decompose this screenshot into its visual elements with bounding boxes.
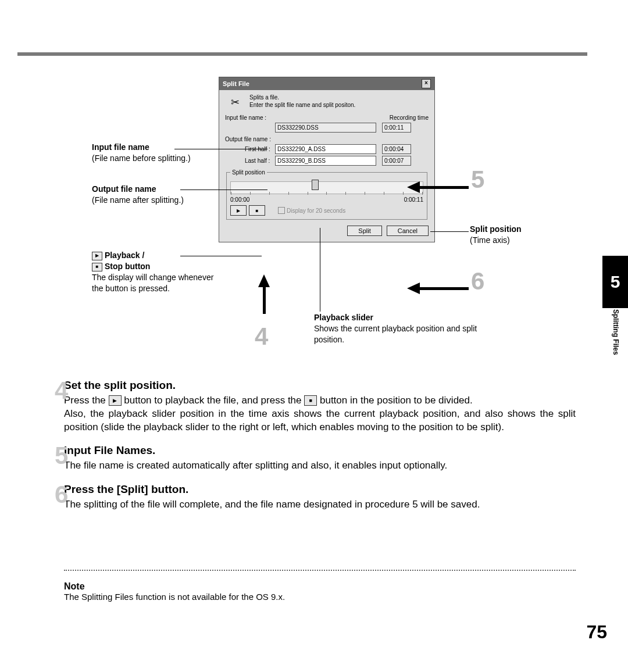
step-5-body: The file name is created automatically a… [64, 459, 576, 473]
page-number: 75 [586, 621, 607, 643]
cancel-button[interactable]: Cancel [387, 226, 429, 236]
note-block: Note The Splitting Files function is not… [64, 581, 576, 602]
close-icon[interactable]: × [422, 79, 431, 88]
chapter-tab: 5 [602, 256, 628, 308]
last-half-label: Last half : [225, 158, 275, 164]
output-file-label: Output file name : [225, 136, 275, 142]
leader-line [180, 190, 267, 190]
stop-button[interactable]: ■ [249, 205, 265, 216]
time-start: 0:00:00 [230, 196, 249, 203]
first-half-field[interactable] [275, 144, 376, 154]
step-6-heading: Press the [Split] button. [64, 482, 576, 497]
leader-line [180, 256, 262, 256]
input-file-field [275, 123, 376, 133]
split-file-dialog: Split File × ✂ Splits a file. Enter the … [219, 77, 435, 242]
dialog-title-text: Split File [223, 80, 249, 87]
play-icon: ▶ [109, 395, 122, 406]
step-5-heading: Input File Names. [64, 443, 576, 458]
callout-playback: ▶ Playback / ■ Stop button The display w… [92, 250, 214, 294]
scissors-icon: ✂ [225, 94, 245, 111]
callout-split-position: Split position(Time axis) [470, 224, 563, 246]
big-num-6: 6 [471, 267, 484, 295]
callout-output-file: Output file name(File name after splitti… [92, 184, 208, 206]
leader-line [430, 231, 469, 232]
split-position-legend: Split position [230, 169, 267, 176]
arrow-5 [407, 181, 420, 193]
big-num-5: 5 [471, 166, 484, 194]
step-6: 6 Press the [Split] button. The splittin… [64, 482, 576, 512]
split-slider[interactable] [230, 181, 423, 194]
leader-line [174, 149, 267, 149]
step-5: 5 Input File Names. The file name is cre… [64, 443, 576, 473]
arrow-6 [407, 283, 420, 294]
split-button[interactable]: Split [347, 226, 381, 236]
input-file-label: Input file name : [225, 115, 275, 121]
play-icon: ▶ [92, 252, 102, 260]
step-4-body-2: Also, the playback slider position in th… [64, 408, 576, 434]
callout-input-file: Input file name(File name before splitti… [92, 142, 208, 164]
step-6-body: The splitting of the file will complete,… [64, 498, 576, 512]
split-position-group: Split position 0:00:00 0:00:11 ▶ ■ Displ… [226, 169, 427, 220]
big-num-4: 4 [255, 323, 268, 351]
callout-playback-slider: Playback sliderShows the current playbac… [314, 312, 500, 345]
display-20s-checkbox[interactable]: Display for 20 seconds [278, 207, 345, 214]
stop-icon: ■ [304, 395, 317, 406]
play-button[interactable]: ▶ [230, 205, 247, 216]
input-time-field [382, 123, 411, 133]
recording-time-label: Recording time [390, 115, 429, 121]
step-4: 4 Set the split position. Press the ▶ bu… [64, 378, 576, 434]
step-4-heading: Set the split position. [64, 378, 576, 393]
chapter-title: Splitting Files [612, 309, 620, 355]
dialog-titlebar: Split File × [219, 77, 434, 90]
time-end: 0:00:11 [404, 196, 423, 203]
last-time-field [382, 156, 411, 166]
last-half-field[interactable] [275, 156, 376, 166]
dialog-description: Splits a file. Enter the split file name… [249, 94, 355, 109]
arrow-4 [258, 274, 270, 287]
step-4-body: Press the ▶ button to playback the file,… [64, 394, 576, 408]
dotted-rule [64, 570, 576, 571]
leader-line [320, 228, 320, 312]
top-rule [17, 52, 587, 56]
first-time-field [382, 144, 411, 154]
stop-icon: ■ [92, 263, 102, 271]
slider-thumb-icon[interactable] [312, 180, 319, 190]
